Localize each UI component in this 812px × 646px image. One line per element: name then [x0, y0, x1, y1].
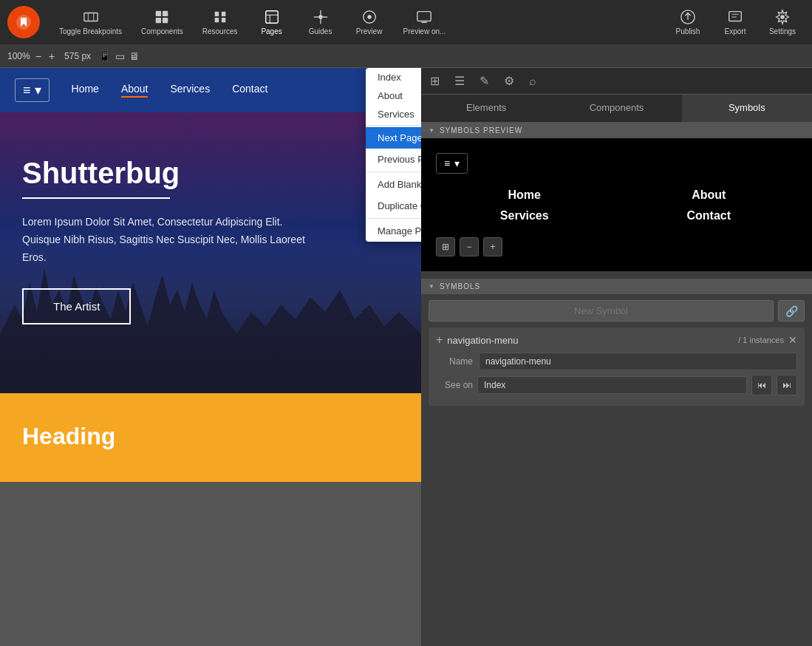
manage-project-item[interactable]: Manage Project ⇧⌘| — [366, 220, 421, 242]
nav-hamburger[interactable]: ≡ ▾ — [15, 78, 50, 102]
svg-point-27 — [780, 15, 785, 19]
name-field-row: Name — [436, 353, 797, 370]
symbols-preview-header: ▼ SYMBOLS PREVIEW — [421, 123, 812, 138]
secondary-toolbar: 100% − + 575 px 📱 ▭ 🖥 — [0, 44, 812, 68]
symbol-fields: Name See on Index ⏮ ⏭ — [436, 353, 797, 395]
hero-divider — [22, 197, 170, 199]
svg-rect-20 — [417, 12, 431, 21]
app-logo[interactable] — [7, 6, 40, 38]
page-index[interactable]: Index — [366, 68, 421, 86]
svg-rect-1 — [83, 13, 97, 21]
yellow-section: Heading — [0, 393, 421, 482]
components-button[interactable]: Components — [134, 6, 191, 38]
page-services[interactable]: Services — [366, 105, 421, 123]
nav-home[interactable]: Home — [72, 83, 99, 98]
hero-cta-button[interactable]: The Artist — [22, 288, 131, 324]
pages-button[interactable]: Pages ↓ — [250, 6, 294, 38]
settings-button[interactable]: Settings — [760, 6, 805, 38]
canvas-area: ≡ ▾ Home About Services Contact Shutterb… — [0, 68, 421, 646]
symbols-collapse-arrow[interactable]: ▼ — [429, 283, 435, 290]
zoom-in-button[interactable]: + — [47, 50, 57, 62]
symbol-name: navigation-menu — [447, 335, 734, 346]
svg-rect-5 — [163, 11, 168, 16]
preview-controls: ⊞ − + — [436, 237, 797, 256]
tablet-icon[interactable]: ▭ — [115, 50, 125, 62]
annotation-arrow: ↓ — [261, 0, 276, 5]
resources-button[interactable]: Resources — [195, 6, 245, 38]
see-on-prev-button[interactable]: ⏮ — [751, 375, 772, 395]
new-symbol-input[interactable] — [429, 300, 774, 322]
symbol-name-input[interactable] — [479, 353, 797, 370]
preview-nav-contact[interactable]: Contact — [621, 209, 798, 222]
website-nav: ≡ ▾ Home About Services Contact — [0, 68, 421, 112]
publish-button[interactable]: Publish — [666, 6, 710, 38]
canvas-size: 575 px — [64, 51, 91, 61]
page-about[interactable]: About — [366, 86, 421, 105]
tab-components[interactable]: Components — [551, 95, 681, 122]
panel-list-icon[interactable]: ☰ — [448, 71, 471, 91]
symbol-expand-button[interactable]: + — [436, 333, 443, 347]
preview-button[interactable]: Preview — [347, 6, 392, 38]
pages-dropdown: Index About Services Next Page ⇧⌘] Previ… — [366, 68, 421, 242]
toggle-breakpoints-button[interactable]: Toggle Breakpoints — [52, 6, 129, 38]
preview-minus-btn[interactable]: − — [460, 237, 479, 256]
guides-button[interactable]: Guides — [298, 6, 343, 38]
svg-rect-9 — [222, 12, 226, 16]
nav-links: Home About Services Contact — [72, 83, 268, 98]
export-button[interactable]: Export — [713, 6, 757, 38]
panel-layout-icon[interactable]: ⊞ — [424, 71, 446, 91]
zoom-out-button[interactable]: − — [33, 50, 44, 62]
symbols-list-header: ▼ SYMBOLS — [421, 279, 812, 294]
preview-plus-btn[interactable]: + — [483, 237, 502, 256]
symbol-entry: + navigation-menu / 1 instances ✕ Name S… — [429, 327, 805, 406]
svg-rect-6 — [156, 18, 161, 23]
symbol-entry-header: + navigation-menu / 1 instances ✕ — [436, 333, 797, 347]
phone-icon[interactable]: 📱 — [98, 50, 111, 62]
see-on-select[interactable]: Index — [477, 376, 747, 394]
preview-hamburger[interactable]: ≡ ▾ — [436, 153, 468, 174]
panel-gear-icon[interactable]: ⚙ — [498, 71, 520, 91]
main-layout: ≡ ▾ Home About Services Contact Shutterb… — [0, 68, 812, 646]
add-blank-page-item[interactable]: Add Blank Page ⇧⌘B — [366, 174, 421, 195]
svg-rect-8 — [214, 12, 219, 16]
svg-rect-24 — [729, 12, 742, 21]
tab-symbols[interactable]: Symbols — [682, 95, 812, 122]
symbol-instances: / 1 instances — [738, 336, 784, 344]
zoom-level: 100% — [7, 51, 30, 61]
see-on-next-button[interactable]: ⏭ — [777, 375, 797, 395]
right-panel: ⊞ ☰ ✎ ⚙ ⌕ Elements Components Symbols ▼ … — [421, 68, 812, 646]
svg-rect-4 — [156, 11, 161, 16]
tab-elements[interactable]: Elements — [421, 95, 551, 122]
see-on-field-row: See on Index ⏮ ⏭ — [436, 375, 797, 395]
symbols-preview-section: ▼ SYMBOLS PREVIEW ≡ ▾ Home About Service… — [421, 123, 812, 271]
svg-rect-10 — [214, 18, 219, 22]
preview-nav-about[interactable]: About — [621, 188, 798, 202]
collapse-arrow[interactable]: ▼ — [429, 127, 435, 134]
symbols-list-section: ▼ SYMBOLS 🔗 + navigation-menu / 1 instan… — [421, 271, 812, 418]
preview-nav-services[interactable]: Services — [436, 209, 613, 222]
previous-page-item[interactable]: Previous Page ⇧⌘[ — [366, 149, 421, 170]
new-symbol-row: 🔗 — [429, 300, 805, 322]
preview-nav-home[interactable]: Home — [436, 188, 613, 202]
panel-pen-icon[interactable]: ✎ — [474, 71, 495, 91]
nav-about[interactable]: About — [121, 83, 149, 98]
preview-on-button[interactable]: Preview on... — [396, 6, 454, 38]
device-icons: 📱 ▭ 🖥 — [98, 50, 140, 62]
duplicate-page-item[interactable]: Duplicate Current Page ⇧⌘D — [366, 195, 421, 217]
nav-contact[interactable]: Contact — [232, 83, 267, 98]
desktop-icon[interactable]: 🖥 — [129, 50, 140, 62]
symbol-close-button[interactable]: ✕ — [788, 334, 797, 346]
zoom-controls: 100% − + — [7, 50, 57, 62]
hero-text: Lorem Ipsum Dolor Sit Amet, Consectetur … — [22, 214, 318, 266]
svg-rect-11 — [222, 18, 226, 22]
nav-services[interactable]: Services — [170, 83, 210, 98]
panel-tabs: Elements Components Symbols — [421, 95, 812, 123]
panel-search-icon[interactable]: ⌕ — [523, 71, 542, 91]
link-symbol-button[interactable]: 🔗 — [778, 300, 805, 322]
preview-grid-icon[interactable]: ⊞ — [436, 237, 455, 256]
yellow-heading: Heading — [22, 423, 399, 450]
svg-rect-7 — [163, 18, 168, 23]
next-page-item[interactable]: Next Page ⇧⌘] — [366, 127, 421, 149]
hero-title: Shutterbug — [22, 157, 399, 190]
svg-point-19 — [367, 15, 372, 19]
